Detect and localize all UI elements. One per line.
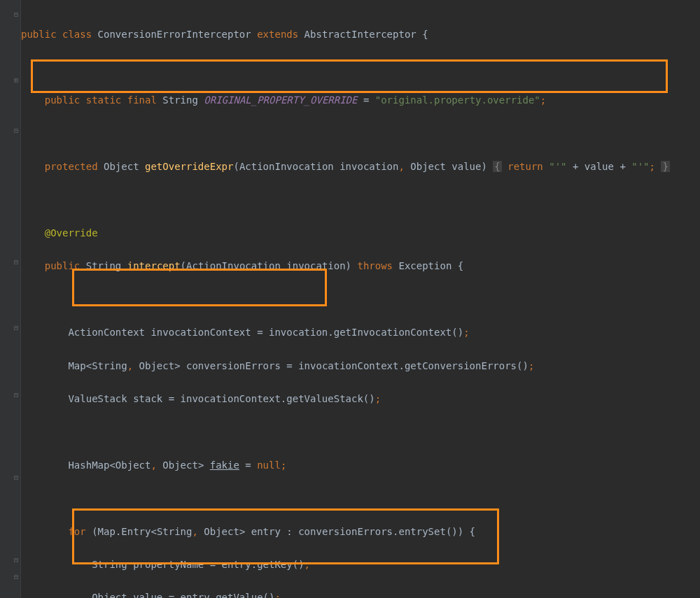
code-line — [21, 59, 700, 76]
code-line — [21, 192, 700, 209]
code-line: Map<String, Object> conversionErrors = i… — [21, 358, 700, 375]
code-editor[interactable]: public class ConversionErrorInterceptor … — [21, 10, 700, 598]
code-line: public class ConversionErrorInterceptor … — [21, 27, 700, 43]
code-line: protected Object getOverrideExpr(ActionI… — [21, 159, 700, 176]
editor-gutter: ⊟ ⊞ ⊟ ⊟ ⊟ ⊟ ⊟ ⊟ ⊟ — [0, 0, 21, 598]
code-line: ValueStack stack = invocationContext.get… — [21, 391, 700, 408]
fold-icon[interactable]: ⊟ — [13, 392, 20, 399]
fold-icon[interactable]: ⊟ — [13, 259, 20, 266]
fold-icon[interactable]: ⊟ — [13, 127, 20, 134]
fold-icon[interactable]: ⊟ — [13, 11, 20, 18]
code-line: @Override — [21, 225, 700, 242]
code-line: for (Map.Entry<String, Object> entry : c… — [21, 524, 700, 541]
code-line — [21, 292, 700, 308]
code-line — [21, 126, 700, 143]
code-line: ActionContext invocationContext = invoca… — [21, 325, 700, 341]
code-line: String propertyName = entry.getKey(); — [21, 557, 700, 574]
code-line: HashMap<Object, Object> fakie = null; — [21, 457, 700, 474]
fold-icon[interactable]: ⊟ — [13, 325, 20, 332]
code-line: public String intercept(ActionInvocation… — [21, 258, 700, 275]
code-line: public static final String ORIGINAL_PROP… — [21, 92, 700, 109]
code-line: Object value = entry.getValue(); — [21, 590, 700, 598]
fold-icon[interactable]: ⊞ — [13, 77, 20, 84]
code-line — [21, 424, 700, 441]
fold-icon[interactable]: ⊟ — [13, 557, 20, 564]
fold-icon[interactable]: ⊟ — [13, 474, 20, 481]
code-line — [21, 490, 700, 507]
fold-icon[interactable]: ⊟ — [13, 574, 20, 581]
